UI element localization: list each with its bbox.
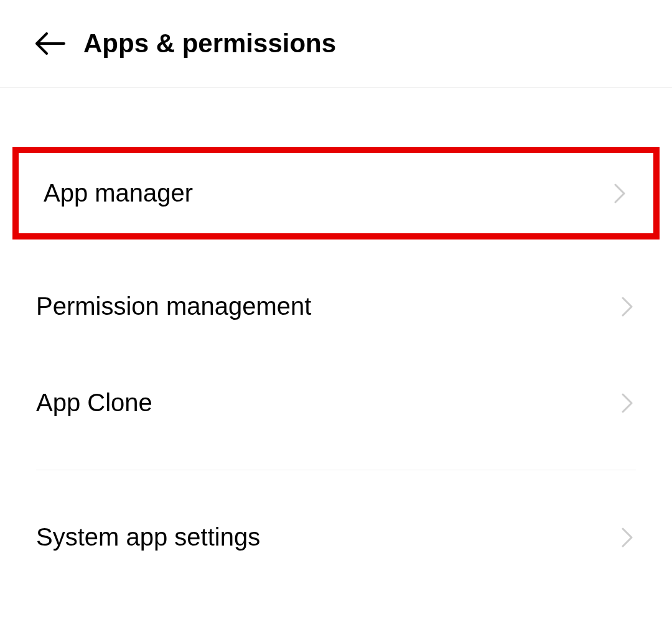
chevron-right-icon	[618, 394, 636, 412]
list-item-label: App Clone	[36, 389, 152, 417]
list-item-label: Permission management	[36, 292, 311, 320]
chevron-right-icon	[618, 529, 636, 546]
arrow-left-icon	[35, 32, 65, 55]
list-item-app-manager[interactable]: App manager	[12, 147, 660, 239]
settings-list: App manager Permission management App Cl…	[0, 88, 672, 579]
page-title: Apps & permissions	[83, 29, 336, 58]
back-button[interactable]	[35, 31, 66, 56]
divider	[36, 470, 636, 470]
list-item-app-clone[interactable]: App Clone	[0, 361, 672, 445]
list-item-label: System app settings	[36, 523, 260, 551]
chevron-right-icon	[618, 298, 636, 315]
list-item-system-app-settings[interactable]: System app settings	[0, 495, 672, 579]
list-item-label: App manager	[44, 179, 193, 207]
chevron-right-icon	[611, 185, 628, 202]
header: Apps & permissions	[0, 0, 672, 88]
list-item-permission-management[interactable]: Permission management	[0, 264, 672, 348]
